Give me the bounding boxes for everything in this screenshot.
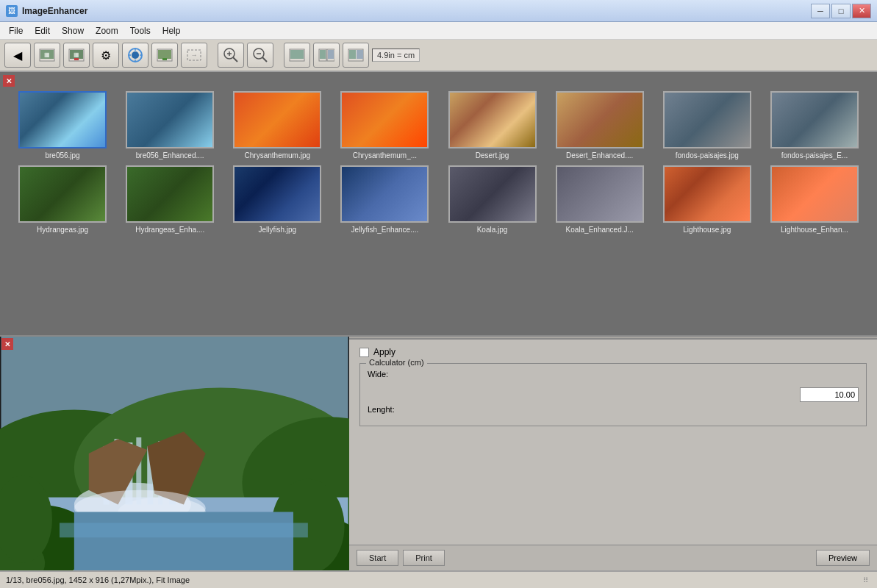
thumbnail-label: Lighthouse.jpg bbox=[683, 226, 731, 234]
maximize-button[interactable]: □ bbox=[831, 4, 851, 18]
back-button[interactable]: ◀ bbox=[4, 43, 31, 68]
tool-btn-3[interactable] bbox=[151, 43, 178, 68]
title-left: 🖼 ImageEnhancer bbox=[6, 5, 87, 17]
gallery[interactable]: ✕ bre056.jpgbre056_Enhanced....Chrysanth… bbox=[0, 72, 877, 335]
gallery-item[interactable]: Jellyfish_Enhance.... bbox=[334, 165, 435, 234]
apply-row: Apply bbox=[359, 347, 867, 357]
preview-button[interactable]: Preview bbox=[816, 550, 870, 566]
thumbnail-image bbox=[126, 91, 214, 148]
thumbnail-image bbox=[18, 165, 107, 223]
gallery-item[interactable]: fondos-paisajes.jpg bbox=[656, 91, 758, 159]
control-panel: Apply Calculator (cm) Wide: Lenght: Star… bbox=[349, 337, 877, 570]
lenght-label: Lenght: bbox=[368, 405, 859, 414]
menu-item-help[interactable]: Help bbox=[157, 24, 187, 37]
value-input-row bbox=[368, 387, 859, 402]
menu-item-edit[interactable]: Edit bbox=[29, 24, 56, 37]
tool-btn-4[interactable]: → bbox=[181, 43, 207, 68]
thumbnail-label: Hydrangeas_Enha.... bbox=[135, 226, 204, 234]
svg-rect-57 bbox=[60, 523, 308, 537]
resize-grip[interactable]: ⠿ bbox=[859, 574, 871, 586]
svg-rect-30 bbox=[328, 50, 334, 59]
measure-display: 4.9in = cm bbox=[372, 49, 420, 62]
gallery-item[interactable]: bre056_Enhanced.... bbox=[119, 91, 221, 159]
gallery-item[interactable]: Chrysanthemum_... bbox=[334, 91, 435, 159]
title-buttons: ─ □ ✕ bbox=[811, 4, 871, 18]
gallery-item[interactable]: fondos-paisajes_E... bbox=[764, 91, 865, 159]
thumbnail-image bbox=[556, 165, 644, 223]
svg-line-21 bbox=[233, 57, 237, 62]
status-bar: 1/13, bre056.jpg, 1452 x 916 (1,27Mpix.)… bbox=[0, 570, 877, 588]
preview-close-button[interactable]: ✕ bbox=[1, 338, 13, 350]
thumbnail-image bbox=[448, 165, 537, 223]
gallery-item[interactable]: Lighthouse.jpg bbox=[656, 165, 758, 234]
tool-btn-1[interactable]: ▦ bbox=[34, 43, 60, 68]
view-btn-1[interactable] bbox=[284, 43, 310, 68]
thumbnail-image bbox=[233, 165, 321, 223]
thumbnail-image bbox=[340, 165, 429, 223]
gallery-item[interactable]: Chrysanthemum.jpg bbox=[226, 91, 328, 159]
close-button[interactable]: ✕ bbox=[852, 4, 871, 18]
thumbnail-label: Chrysanthemum_... bbox=[353, 151, 417, 159]
gallery-item[interactable]: bre056.jpg bbox=[12, 91, 113, 159]
print-button[interactable]: Print bbox=[403, 550, 445, 566]
thumbnail-label: Jellyfish_Enhance.... bbox=[351, 226, 419, 234]
svg-rect-33 bbox=[357, 50, 363, 59]
zoom-out-button[interactable] bbox=[247, 43, 273, 68]
thumbnail-label: Desert_Enhanced.... bbox=[566, 151, 633, 159]
gallery-item[interactable]: Lighthouse_Enhan... bbox=[764, 165, 865, 234]
view-btn-2[interactable] bbox=[313, 43, 340, 68]
start-button[interactable]: Start bbox=[357, 550, 398, 566]
minimize-button[interactable]: ─ bbox=[811, 4, 830, 18]
value-input[interactable] bbox=[800, 387, 859, 402]
svg-rect-26 bbox=[290, 50, 304, 59]
bottom-buttons: Start Print Preview bbox=[349, 545, 877, 570]
thumbnail-image bbox=[126, 165, 214, 223]
view-btn-3[interactable] bbox=[343, 43, 369, 68]
enhance-button[interactable] bbox=[122, 43, 148, 68]
thumbnail-label: Hydrangeas.jpg bbox=[37, 226, 88, 234]
gallery-item[interactable]: Koala_Enhanced.J... bbox=[549, 165, 651, 234]
svg-rect-15 bbox=[162, 58, 167, 60]
gallery-item[interactable]: Koala.jpg bbox=[442, 165, 543, 234]
apply-checkbox[interactable] bbox=[359, 348, 369, 357]
svg-text:→: → bbox=[191, 51, 198, 59]
menu-bar: FileEditShowZoomToolsHelp bbox=[0, 22, 877, 40]
svg-rect-29 bbox=[320, 50, 326, 59]
main-content: ✕ bre056.jpgbre056_Enhanced....Chrysanth… bbox=[0, 72, 877, 570]
thumbnail-image bbox=[448, 91, 537, 148]
thumbnail-label: Desert.jpg bbox=[476, 151, 509, 159]
bottom-section: ✕ bbox=[0, 335, 877, 570]
tab-content: Apply Calculator (cm) Wide: Lenght: bbox=[349, 340, 877, 545]
thumbnail-label: Koala_Enhanced.J... bbox=[566, 226, 634, 234]
preview-image bbox=[0, 337, 349, 570]
toolbar: ◀ ▦ ▦ ⚙ → 4.9in = cm bbox=[0, 40, 877, 72]
preview-panel: ✕ bbox=[0, 337, 349, 570]
menu-item-tools[interactable]: Tools bbox=[124, 24, 157, 37]
gallery-item[interactable]: Hydrangeas.jpg bbox=[12, 165, 113, 234]
thumbnail-label: Koala.jpg bbox=[477, 226, 508, 234]
thumbnail-image bbox=[556, 91, 644, 148]
svg-rect-32 bbox=[349, 50, 356, 59]
settings-button[interactable]: ⚙ bbox=[93, 43, 119, 68]
svg-rect-56 bbox=[74, 512, 293, 571]
thumbnail-image bbox=[663, 91, 751, 148]
apply-label: Apply bbox=[373, 347, 395, 357]
gallery-close-button[interactable]: ✕ bbox=[3, 75, 15, 87]
wide-label: Wide: bbox=[368, 370, 859, 379]
gallery-item[interactable]: Jellyfish.jpg bbox=[226, 165, 328, 234]
gallery-item[interactable]: Hydrangeas_Enha.... bbox=[119, 165, 221, 234]
gallery-item[interactable]: Desert.jpg bbox=[442, 91, 543, 159]
thumbnail-image bbox=[340, 91, 429, 148]
tool-btn-2[interactable]: ▦ bbox=[63, 43, 90, 68]
gallery-item[interactable]: Desert_Enhanced.... bbox=[549, 91, 651, 159]
menu-item-show[interactable]: Show bbox=[56, 24, 90, 37]
menu-item-zoom[interactable]: Zoom bbox=[90, 24, 124, 37]
thumbnail-image bbox=[770, 165, 859, 223]
menu-item-file[interactable]: File bbox=[3, 24, 29, 37]
svg-text:▦: ▦ bbox=[74, 51, 79, 58]
thumbnail-label: Chrysanthemum.jpg bbox=[245, 151, 310, 159]
svg-rect-6 bbox=[74, 58, 79, 60]
status-text: 1/13, bre056.jpg, 1452 x 916 (1,27Mpix.)… bbox=[6, 576, 190, 584]
gallery-grid: bre056.jpgbre056_Enhanced....Chrysanthem… bbox=[12, 84, 865, 234]
zoom-in-button[interactable] bbox=[218, 43, 244, 68]
